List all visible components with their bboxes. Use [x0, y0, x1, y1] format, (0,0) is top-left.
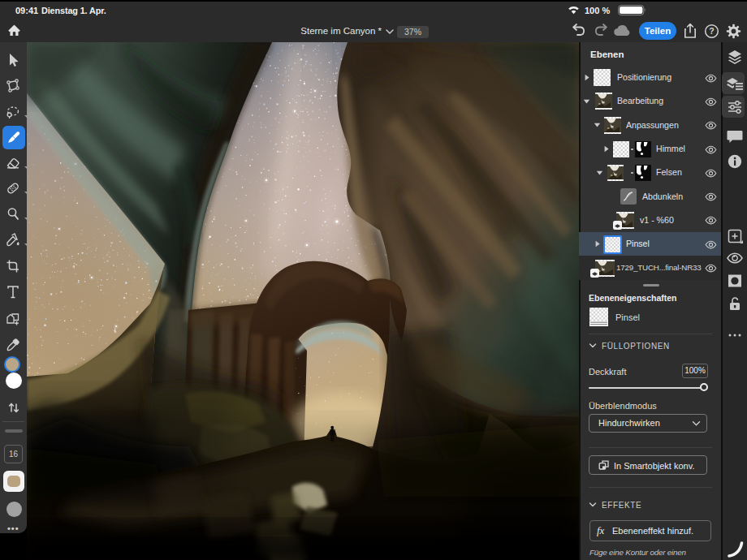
svg-text:?: ?	[709, 26, 714, 36]
